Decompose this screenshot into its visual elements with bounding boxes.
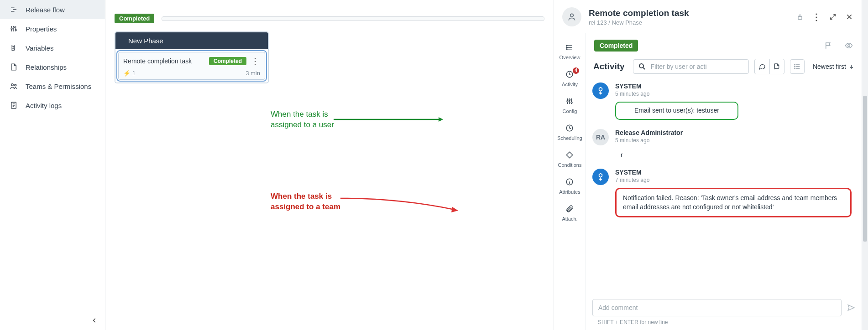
activity-user: SYSTEM: [615, 169, 852, 176]
sidebar-item-label: Activity logs: [26, 102, 62, 109]
expand-icon[interactable]: [829, 13, 837, 21]
nav-attributes[interactable]: Attributes: [554, 173, 586, 200]
dollar-brace-icon: [9, 44, 18, 52]
svg-marker-7: [439, 117, 443, 122]
svg-point-17: [571, 102, 572, 103]
user-avatar: RA: [592, 129, 609, 145]
svg-rect-10: [798, 16, 802, 19]
activity-message-success: Email sent to user(s): testuser: [615, 102, 738, 120]
activity-filter[interactable]: [633, 59, 749, 74]
arrow-down-icon: [849, 63, 854, 70]
send-icon[interactable]: [847, 304, 855, 312]
sidebar-item-label: Properties: [26, 25, 57, 33]
activity-message: r: [615, 148, 852, 160]
details-status-pill: Completed: [594, 40, 638, 52]
sidebar-item-label: Release flow: [26, 6, 65, 14]
task-status-pill: Completed: [209, 57, 246, 65]
svg-point-22: [795, 64, 795, 65]
task-card[interactable]: Remote completion task Completed ⋮ ⚡ 1 3…: [118, 52, 265, 80]
phase-card: New Phase Remote completion task Complet…: [115, 31, 269, 83]
paperclip-icon: [565, 205, 575, 214]
scrollbar-thumb[interactable]: [863, 96, 867, 242]
activity-message-error: Notification failed. Reason: 'Task owner…: [615, 188, 852, 217]
left-sidebar: Release flow Properties Variables Relati…: [0, 0, 105, 330]
release-canvas: Completed New Phase Remote completion ta…: [105, 0, 554, 330]
config-icon: [565, 97, 575, 106]
svg-point-11: [566, 45, 567, 46]
annotation-user-arrow: [334, 115, 443, 124]
nav-overview[interactable]: Overview: [554, 39, 586, 66]
flow-icon: [9, 5, 18, 14]
svg-point-12: [566, 47, 567, 48]
task-count: 1: [132, 70, 136, 77]
svg-point-21: [639, 64, 643, 68]
comment-hint: SHIFT + ENTER for new line: [592, 319, 855, 325]
sidebar-collapse-toggle[interactable]: [89, 315, 99, 325]
svg-point-0: [11, 28, 12, 30]
diamond-icon: [565, 151, 575, 160]
annotation-team-arrow: [340, 196, 459, 214]
sidebar-item-label: Relationships: [26, 63, 67, 71]
activity-sort[interactable]: Newest first: [810, 63, 854, 70]
note-filter-toggle[interactable]: [769, 59, 784, 74]
details-breadcrumb: rel 123 / New Phase: [589, 19, 789, 26]
svg-point-2: [15, 30, 16, 31]
svg-point-1: [13, 27, 15, 28]
activity-user: SYSTEM: [615, 82, 852, 90]
sidebar-item-release-flow[interactable]: Release flow: [0, 0, 105, 19]
system-avatar: [592, 82, 609, 99]
nav-activity[interactable]: 4 Activity: [554, 66, 586, 93]
nav-scheduling[interactable]: Scheduling: [554, 119, 586, 146]
overview-icon: [565, 43, 575, 52]
list-view-toggle[interactable]: [790, 59, 805, 74]
activity-filter-input[interactable]: [651, 63, 744, 70]
svg-point-9: [570, 14, 574, 17]
activity-time: 7 minutes ago: [615, 177, 852, 183]
task-menu-kebab[interactable]: ⋮: [250, 56, 260, 66]
activity-user: Release Administrator: [615, 129, 852, 136]
svg-point-3: [11, 84, 14, 86]
activity-list[interactable]: SYSTEM 5 minutes ago Email sent to user(…: [592, 82, 855, 294]
sidebar-item-activity-logs[interactable]: Activity logs: [0, 96, 105, 115]
flag-icon[interactable]: [824, 41, 832, 50]
svg-point-13: [566, 49, 567, 50]
comment-filter-toggle[interactable]: [755, 59, 769, 74]
svg-point-23: [795, 66, 795, 67]
sidebar-item-label: Variables: [26, 44, 53, 52]
details-nav: Overview 4 Activity Config Scheduling: [554, 33, 586, 330]
nav-config[interactable]: Config: [554, 93, 586, 119]
log-icon: [9, 101, 18, 109]
activity-time: 5 minutes ago: [615, 137, 852, 144]
scrollbar[interactable]: [862, 0, 868, 330]
more-menu-kebab[interactable]: ⋮: [812, 13, 821, 21]
nav-attachments[interactable]: Attach.: [554, 200, 586, 227]
comment-input[interactable]: Add comment: [592, 299, 842, 316]
close-icon[interactable]: [845, 13, 853, 21]
svg-point-16: [569, 99, 570, 101]
sidebar-item-properties[interactable]: Properties: [0, 19, 105, 38]
svg-point-15: [567, 101, 568, 102]
activity-item: SYSTEM 5 minutes ago Email sent to user(…: [592, 82, 852, 120]
annotation-user-note: When the task is assigned to a user: [271, 109, 334, 130]
release-status-pill: Completed: [115, 14, 154, 23]
task-details-panel: Remote completion task rel 123 / New Pha…: [554, 0, 862, 330]
phase-title: New Phase: [115, 32, 268, 49]
svg-marker-8: [451, 207, 458, 212]
sidebar-item-relationships[interactable]: Relationships: [0, 57, 105, 77]
lock-icon[interactable]: [796, 13, 804, 21]
activity-item: SYSTEM 7 minutes ago Notification failed…: [592, 169, 852, 217]
svg-point-20: [848, 45, 850, 47]
sidebar-item-label: Teams & Permissions: [26, 82, 91, 90]
details-title: Remote completion task: [589, 8, 789, 18]
progress-track: [162, 16, 544, 21]
info-icon: [565, 178, 575, 187]
search-icon: [638, 62, 646, 71]
task-title: Remote completion task: [123, 57, 192, 65]
nav-conditions[interactable]: Conditions: [554, 146, 586, 173]
system-avatar: [592, 169, 609, 185]
svg-point-4: [15, 84, 16, 86]
sidebar-item-variables[interactable]: Variables: [0, 38, 105, 57]
people-icon: [9, 82, 18, 90]
sidebar-item-teams[interactable]: Teams & Permissions: [0, 77, 105, 96]
eye-icon[interactable]: [844, 41, 853, 50]
